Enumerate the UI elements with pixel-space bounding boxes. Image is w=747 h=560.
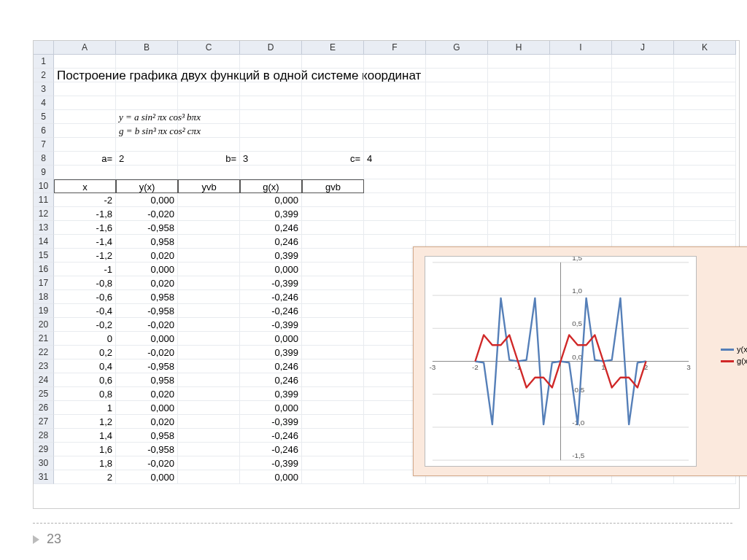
row-hdr-9[interactable]: 9: [34, 166, 54, 179]
cell-E22[interactable]: [302, 346, 364, 359]
col-hdr-H[interactable]: H: [488, 41, 550, 55]
cell-C25[interactable]: [178, 387, 240, 401]
cell-H3[interactable]: [488, 82, 550, 96]
cell-G4[interactable]: [426, 96, 488, 110]
cell-H2[interactable]: [488, 69, 550, 82]
cell-D31[interactable]: 0,000: [240, 470, 302, 484]
cell-D2[interactable]: [240, 69, 302, 82]
cell-G12[interactable]: [426, 207, 488, 221]
cell-E27[interactable]: [302, 415, 364, 429]
cell-I13[interactable]: [550, 221, 612, 235]
cell-J11[interactable]: [612, 193, 674, 207]
row-hdr-24[interactable]: 24: [34, 373, 54, 387]
cell-C3[interactable]: [178, 82, 240, 96]
cell-A7[interactable]: [54, 138, 116, 152]
row-hdr-7[interactable]: 7: [34, 138, 54, 152]
cell-B18[interactable]: 0,958: [116, 290, 178, 304]
cell-C12[interactable]: [178, 207, 240, 221]
cell-C4[interactable]: [178, 96, 240, 110]
cell-J12[interactable]: [612, 207, 674, 221]
cell-E31[interactable]: [302, 470, 364, 484]
row-hdr-13[interactable]: 13: [34, 221, 54, 235]
row-hdr-5[interactable]: 5: [34, 110, 54, 124]
cell-C14[interactable]: [178, 235, 240, 249]
cell-C24[interactable]: [178, 373, 240, 387]
row-hdr-4[interactable]: 4: [34, 96, 54, 110]
row-hdr-14[interactable]: 14: [34, 235, 54, 249]
cell-I6[interactable]: [550, 124, 612, 138]
cell-E4[interactable]: [302, 96, 364, 110]
cell-F1[interactable]: [364, 55, 426, 69]
cell-D25[interactable]: 0,399: [240, 387, 302, 401]
cell-J2[interactable]: [612, 69, 674, 82]
cell-C17[interactable]: [178, 276, 240, 290]
cell-I4[interactable]: [550, 96, 612, 110]
cell-I3[interactable]: [550, 82, 612, 96]
cell-C18[interactable]: [178, 290, 240, 304]
col-hdr-B[interactable]: B: [116, 41, 178, 55]
cell-C2[interactable]: [178, 69, 240, 82]
cell-E16[interactable]: [302, 262, 364, 276]
cell-D7[interactable]: [240, 138, 302, 152]
cell-F3[interactable]: [364, 82, 426, 96]
cell-C11[interactable]: [178, 193, 240, 207]
cell-B12[interactable]: -0,020: [116, 207, 178, 221]
cell-K9[interactable]: [674, 166, 736, 179]
row-hdr-11[interactable]: 11: [34, 193, 54, 207]
cell-A20[interactable]: -0,2: [54, 318, 116, 332]
cell-C7[interactable]: [178, 138, 240, 152]
cell-B30[interactable]: -0,020: [116, 456, 178, 470]
cell-C15[interactable]: [178, 249, 240, 262]
cell-J8[interactable]: [612, 152, 674, 166]
cell-J13[interactable]: [612, 221, 674, 235]
row-hdr-30[interactable]: 30: [34, 456, 54, 470]
row-hdr-26[interactable]: 26: [34, 401, 54, 415]
cell-C26[interactable]: [178, 401, 240, 415]
cell-K1[interactable]: [674, 55, 736, 69]
cell-B28[interactable]: 0,958: [116, 429, 178, 443]
cell-H7[interactable]: [488, 138, 550, 152]
row-hdr-15[interactable]: 15: [34, 249, 54, 262]
cell-B23[interactable]: -0,958: [116, 359, 178, 373]
row-hdr-27[interactable]: 27: [34, 415, 54, 429]
cell-J5[interactable]: [612, 110, 674, 124]
col-hdr-J[interactable]: J: [612, 41, 674, 55]
cell-K13[interactable]: [674, 221, 736, 235]
cell-I2[interactable]: [550, 69, 612, 82]
cell-C29[interactable]: [178, 443, 240, 456]
cell-C22[interactable]: [178, 346, 240, 359]
col-hdr-G[interactable]: G: [426, 41, 488, 55]
cell-A29[interactable]: 1,6: [54, 443, 116, 456]
cell-G8[interactable]: [426, 152, 488, 166]
cell-I1[interactable]: [550, 55, 612, 69]
col-hdr-I[interactable]: I: [550, 41, 612, 55]
row-hdr-25[interactable]: 25: [34, 387, 54, 401]
cell-D10[interactable]: g(x): [240, 179, 302, 193]
cell-J7[interactable]: [612, 138, 674, 152]
cell-B27[interactable]: 0,020: [116, 415, 178, 429]
cell-H9[interactable]: [488, 166, 550, 179]
cell-D18[interactable]: -0,246: [240, 290, 302, 304]
cell-G6[interactable]: [426, 124, 488, 138]
cell-A14[interactable]: -1,4: [54, 235, 116, 249]
cell-I12[interactable]: [550, 207, 612, 221]
cell-E21[interactable]: [302, 332, 364, 346]
cell-K2[interactable]: [674, 69, 736, 82]
cell-J3[interactable]: [612, 82, 674, 96]
row-hdr-3[interactable]: 3: [34, 82, 54, 96]
cell-B1[interactable]: [116, 55, 178, 69]
cell-A17[interactable]: -0,8: [54, 276, 116, 290]
row-hdr-18[interactable]: 18: [34, 290, 54, 304]
cell-A13[interactable]: -1,6: [54, 221, 116, 235]
cell-A4[interactable]: [54, 96, 116, 110]
cell-E2[interactable]: [302, 69, 364, 82]
col-hdr-K[interactable]: K: [674, 41, 736, 55]
cell-D13[interactable]: 0,246: [240, 221, 302, 235]
cell-C6[interactable]: [178, 124, 240, 138]
row-hdr-20[interactable]: 20: [34, 318, 54, 332]
cell-B8[interactable]: 2: [116, 152, 178, 166]
cell-B6[interactable]: g = b sin³ πx cos² cπx: [116, 124, 178, 138]
cell-D16[interactable]: 0,000: [240, 262, 302, 276]
cell-E3[interactable]: [302, 82, 364, 96]
cell-D6[interactable]: [240, 124, 302, 138]
